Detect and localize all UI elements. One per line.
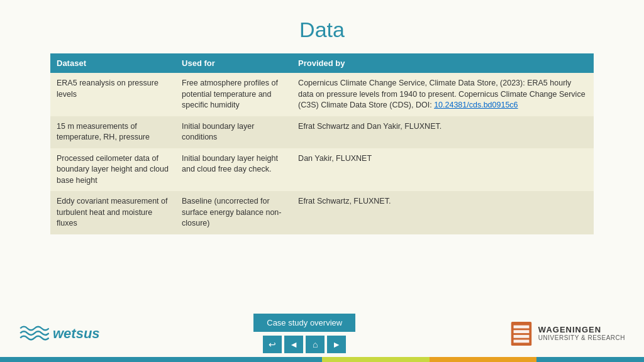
wageningen-university-sub: UNIVERSITY & RESEARCH <box>538 334 625 341</box>
svg-rect-3 <box>513 334 529 337</box>
cell-dataset-2: 15 m measurements of temperature, RH, pr… <box>50 116 175 148</box>
wetsus-waves-icon <box>19 322 49 345</box>
cell-used-for-4: Baseline (uncorrected for surface energy… <box>175 191 292 234</box>
nav-area: Case study overview ↩ ◄ ⌂ ► <box>253 314 355 353</box>
bottom-color-bar <box>0 357 644 362</box>
footer: wetsus Case study overview ↩ ◄ ⌂ ► WAGEN… <box>0 314 644 353</box>
cell-provided-by-1: Copernicus Climate Change Service, Clima… <box>292 73 594 116</box>
wetsus-logo: wetsus <box>19 322 100 345</box>
slide: Data Dataset Used for Provided by ERA5 r… <box>0 0 644 362</box>
nav-prev-button[interactable]: ◄ <box>284 336 303 353</box>
data-table: Dataset Used for Provided by ERA5 reanal… <box>50 53 594 234</box>
cell-used-for-1: Free atmosphere profiles of potential te… <box>175 73 292 116</box>
col-header-used-for: Used for <box>175 53 292 73</box>
wageningen-text: WAGENINGEN UNIVERSITY & RESEARCH <box>538 326 625 341</box>
case-study-overview-button[interactable]: Case study overview <box>253 314 355 332</box>
cell-dataset-1: ERA5 reanalysis on pressure levels <box>50 73 175 116</box>
wetsus-text: wetsus <box>53 326 100 342</box>
page-title: Data <box>50 18 594 42</box>
table-row: Processed ceilometer data of boundary la… <box>50 148 594 192</box>
cell-provided-by-3: Dan Yakir, FLUXNET <box>292 148 594 192</box>
cell-dataset-4: Eddy covariant measurement of turbulent … <box>50 191 175 234</box>
wageningen-icon <box>509 321 533 347</box>
cell-used-for-3: Initial boundary layer height and cloud … <box>175 148 292 192</box>
col-header-dataset: Dataset <box>50 53 175 73</box>
nav-next-button[interactable]: ► <box>327 336 346 353</box>
bottom-bar-yellow <box>322 357 430 362</box>
svg-rect-4 <box>513 339 529 343</box>
bottom-bar-teal2 <box>536 357 644 362</box>
wageningen-logo: WAGENINGEN UNIVERSITY & RESEARCH <box>509 321 625 347</box>
table-row: Eddy covariant measurement of turbulent … <box>50 191 594 234</box>
table-row: 15 m measurements of temperature, RH, pr… <box>50 116 594 148</box>
bottom-bar-teal <box>0 357 322 362</box>
nav-back-button[interactable]: ↩ <box>263 336 282 353</box>
cell-used-for-2: Initial boundary layer conditions <box>175 116 292 148</box>
cell-provided-by-2: Efrat Schwartz and Dan Yakir, FLUXNET. <box>292 116 594 148</box>
nav-buttons: ↩ ◄ ⌂ ► <box>263 336 346 353</box>
svg-rect-2 <box>513 330 529 333</box>
cell-provided-by-4: Efrat Schwartz, FLUXNET. <box>292 191 594 234</box>
nav-home-button[interactable]: ⌂ <box>306 336 325 353</box>
doi-link[interactable]: 10.24381/cds.bd0915c6 <box>434 101 518 109</box>
svg-rect-1 <box>513 325 529 328</box>
wageningen-university-name: WAGENINGEN <box>538 326 625 334</box>
col-header-provided-by: Provided by <box>292 53 594 73</box>
bottom-bar-orange <box>430 357 537 362</box>
cell-dataset-3: Processed ceilometer data of boundary la… <box>50 148 175 192</box>
table-row: ERA5 reanalysis on pressure levels Free … <box>50 73 594 116</box>
